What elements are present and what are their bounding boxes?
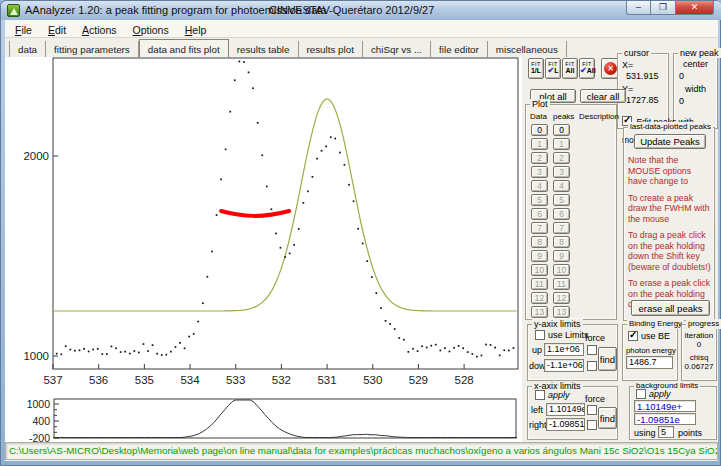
force-left-checkbox[interactable] (587, 405, 597, 415)
tab-file-editor[interactable]: file editor (431, 41, 488, 57)
plot-data-button-3[interactable]: 3 (531, 166, 548, 178)
plot-peaks-button-3[interactable]: 3 (553, 166, 570, 178)
minimize-button[interactable]: – (626, 1, 651, 15)
tab-chiSqr-vs[interactable]: chiSqr vs ... (363, 41, 431, 57)
using-label: using (634, 428, 656, 438)
right-limit-field[interactable]: -1.09851e (546, 418, 585, 431)
up-limit-field[interactable]: 1.1e+06 (544, 343, 584, 356)
plot-peaks-button-6[interactable]: 6 (553, 208, 570, 220)
down-limit-field[interactable]: -1.1e+06 (544, 359, 584, 372)
menu-file[interactable]: File (7, 22, 40, 36)
cursor-y-value: 1727.85 (626, 95, 659, 105)
plot-peaks-button-13[interactable]: 13 (553, 306, 570, 318)
fit-button-4[interactable]: FIT✔All (579, 58, 595, 79)
col-header-description: Description (579, 112, 619, 121)
left-limit-field[interactable]: 1.10149e (546, 403, 585, 416)
tab-results-plot[interactable]: results plot (299, 41, 363, 57)
tab-data[interactable]: data (9, 41, 46, 57)
binding-energy-panel: Binding Energy use BE photon energy 1486… (622, 324, 678, 381)
plot-data-button-8[interactable]: 8 (531, 236, 548, 248)
spectrum-plot[interactable]: 5375365355345335325315305295282000100010… (5, 57, 522, 442)
y-tick-label: 2000 (23, 150, 49, 162)
plot-row-11: 1111 (531, 278, 570, 290)
plot-row-0: 00 (531, 124, 570, 136)
progress-title: progress (686, 319, 721, 329)
plot-row-8: 88 (531, 236, 570, 248)
tab-fitting-parameters[interactable]: fitting parameters (46, 41, 139, 57)
bg-apply-checkbox[interactable] (636, 389, 646, 399)
menu-options[interactable]: Options (125, 22, 177, 36)
plot-data-button-9[interactable]: 9 (531, 250, 548, 262)
plot-data-button-5[interactable]: 5 (531, 194, 548, 206)
menu-edit[interactable]: Edit (40, 22, 74, 36)
progress-panel: progress iteration 0 chisq 0.06727 (681, 324, 717, 381)
plot-data-button-10[interactable]: 10 (531, 264, 548, 276)
fit-button-1[interactable]: FIT1/L (528, 58, 544, 79)
col-header-peaks: peaks (553, 112, 574, 121)
iteration-value: 0 (682, 340, 716, 349)
maximize-button[interactable]: ❐ (651, 1, 676, 15)
background-limits-panel: background limits apply 1.10149e+ -1.098… (629, 386, 717, 440)
tab-data-and-fits-plot[interactable]: data and fits plot (139, 39, 229, 57)
bg-lower-field[interactable]: -1.09851e (634, 413, 696, 425)
plot-data-button-11[interactable]: 11 (531, 278, 548, 290)
find-x-button[interactable]: find (598, 407, 617, 429)
use-limits-checkbox[interactable] (535, 330, 545, 340)
plot-peaks-button-12[interactable]: 12 (553, 292, 570, 304)
find-y-button[interactable]: find (598, 347, 617, 371)
force-up-checkbox[interactable] (587, 345, 597, 355)
check-icon: ✔ (580, 66, 587, 75)
plot-data-button-2[interactable]: 2 (531, 152, 548, 164)
using-points-field[interactable]: 5 (658, 426, 674, 438)
bg-apply-label: apply (649, 389, 671, 399)
force-label-y: force (585, 333, 605, 343)
fit-button-2[interactable]: FIT✔L (545, 58, 561, 79)
plot-peaks-button-2[interactable]: 2 (553, 152, 570, 164)
photon-energy-field[interactable]: 1486.7 (626, 356, 673, 369)
plot-row-1: 11 (531, 138, 570, 150)
close-button[interactable]: ✕ (676, 1, 714, 15)
erase-all-peaks-button[interactable]: erase all peaks (631, 300, 710, 316)
plot-peaks-button-5[interactable]: 5 (553, 194, 570, 206)
plot-peaks-button-7[interactable]: 7 (553, 222, 570, 234)
force-down-checkbox[interactable] (587, 361, 597, 371)
plot-peaks-button-8[interactable]: 8 (553, 236, 570, 248)
tab-results-table[interactable]: results table (229, 41, 299, 57)
last-data-plotted-peaks-panel: last-data-plotted peaks Update Peaks Not… (623, 127, 715, 321)
bg-upper-field[interactable]: 1.10149e+ (634, 400, 696, 412)
plot-peaks-button-1[interactable]: 1 (553, 138, 570, 150)
plot-data-button-6[interactable]: 6 (531, 208, 548, 220)
residual-tick-label: -200 (29, 432, 50, 443)
col-header-data: Data (530, 112, 547, 121)
plot-area[interactable]: 5375365355345335325315305295282000100010… (5, 57, 522, 442)
title-bar[interactable]: AAnalyzer 1.20: a peak fitting program f… (1, 1, 721, 20)
plot-data-button-4[interactable]: 4 (531, 180, 548, 192)
fit-button-3[interactable]: FITAll (562, 58, 578, 79)
plot-data-button-13[interactable]: 13 (531, 306, 548, 318)
x-tick-label: 530 (363, 374, 382, 386)
plot-peaks-button-10[interactable]: 10 (553, 264, 570, 276)
plot-peaks-button-11[interactable]: 11 (553, 278, 570, 290)
use-be-checkbox[interactable] (628, 331, 638, 341)
x-apply-checkbox[interactable] (535, 390, 545, 400)
clear-all-button[interactable]: clear all (580, 89, 626, 103)
plot-data-button-12[interactable]: 12 (531, 292, 548, 304)
menu-actions[interactable]: Actions (74, 22, 124, 36)
fit-toolbar: FIT1/LFIT✔LFITAllFIT✔All (528, 58, 595, 79)
x-tick-label: 531 (317, 374, 336, 386)
plot-row-2: 22 (531, 152, 570, 164)
plot-data-button-1[interactable]: 1 (531, 138, 548, 150)
plot-number-rows: 001122334455667788991010111112121313 (531, 124, 570, 320)
y-axis-limits-title: y-axix limits (532, 319, 583, 329)
update-peaks-button[interactable]: Update Peaks (634, 134, 706, 149)
force-right-checkbox[interactable] (587, 420, 597, 430)
residual-tick-label: 1000 (27, 398, 51, 410)
plot-peaks-button-0[interactable]: 0 (553, 124, 570, 136)
plot-data-button-7[interactable]: 7 (531, 222, 548, 234)
menu-help[interactable]: Help (177, 22, 215, 36)
plot-peaks-button-9[interactable]: 9 (553, 250, 570, 262)
plot-peaks-button-4[interactable]: 4 (553, 180, 570, 192)
control-panel: FIT1/LFIT✔LFITAllFIT✔All ✕ cursor X= 531… (522, 51, 718, 442)
y-axis-limits-panel: y-axix limits use Limits force up 1.1e+0… (527, 324, 618, 381)
plot-data-button-0[interactable]: 0 (531, 124, 548, 136)
